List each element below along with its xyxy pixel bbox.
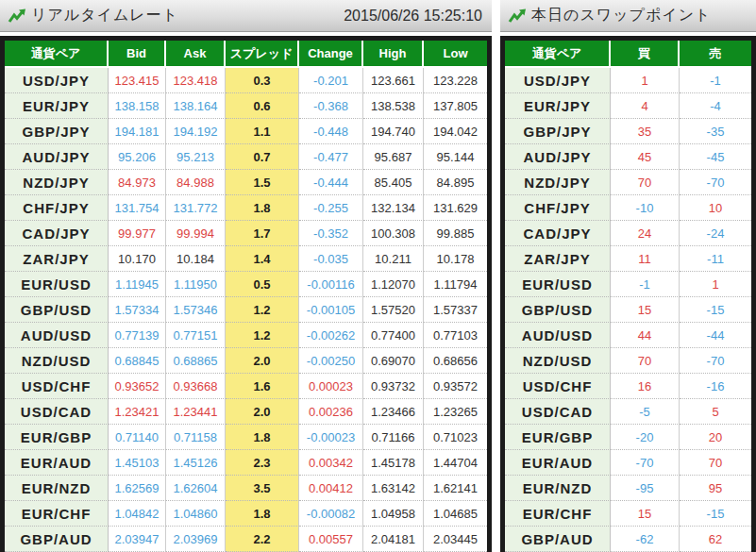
rate-row: NZD/USD 0.68845 0.68865 2.0 -0.00250 0.6… <box>5 348 487 374</box>
pair-cell: CAD/JPY <box>5 221 109 246</box>
pair-cell: NZD/JPY <box>5 170 109 195</box>
swap-row: AUD/JPY 45 -45 <box>505 144 751 170</box>
high-cell: 0.71166 <box>363 425 424 450</box>
rates-table-body: USD/JPY 123.415 123.418 0.3 -0.201 123.6… <box>5 68 487 552</box>
change-cell: -0.00116 <box>299 272 363 297</box>
swap-row: USD/CHF 16 -16 <box>505 374 751 399</box>
low-cell: 1.11794 <box>424 272 487 297</box>
buy-swap-cell: 15 <box>611 297 680 323</box>
low-cell: 0.71023 <box>424 425 487 450</box>
change-cell: 0.00412 <box>299 476 363 501</box>
rate-row: USD/CAD 1.23421 1.23441 2.0 0.00236 1.23… <box>5 399 487 425</box>
spread-cell: 0.5 <box>226 272 299 297</box>
spread-cell: 1.2 <box>226 297 299 323</box>
swap-row: AUD/USD 44 -44 <box>505 323 751 348</box>
swap-row: CHF/JPY -10 10 <box>505 195 751 221</box>
bid-cell: 1.23421 <box>109 399 166 425</box>
spread-cell: 1.5 <box>226 170 299 195</box>
pair-cell: GBP/AUD <box>5 527 109 552</box>
rates-table: 通貨ペア Bid Ask スプレッド Change High Low USD/J… <box>5 41 487 552</box>
high-cell: 0.69070 <box>363 348 424 374</box>
ask-cell: 95.213 <box>166 144 226 170</box>
pair-cell: CHF/JPY <box>505 195 611 221</box>
buy-swap-cell: 35 <box>611 119 680 144</box>
sell-swap-cell: -45 <box>680 144 751 170</box>
change-cell: -0.255 <box>299 195 363 221</box>
change-cell: 0.00342 <box>299 450 363 476</box>
swap-row: GBP/AUD -62 62 <box>505 527 751 552</box>
pair-cell: AUD/USD <box>5 323 109 348</box>
pair-cell: GBP/JPY <box>5 119 109 144</box>
pair-cell: EUR/JPY <box>505 93 611 119</box>
rate-row: GBP/JPY 194.181 194.192 1.1 -0.448 194.7… <box>5 119 487 144</box>
buy-swap-cell: 24 <box>611 221 680 246</box>
sell-swap-cell: 1 <box>680 272 751 297</box>
trend-up-icon <box>508 8 527 25</box>
rate-row: USD/CHF 0.93652 0.93668 1.6 0.00023 0.93… <box>5 374 487 399</box>
rates-header-row: 通貨ペア Bid Ask スプレッド Change High Low <box>5 41 487 68</box>
bid-cell: 194.181 <box>109 119 166 144</box>
sell-swap-cell: -44 <box>680 323 751 348</box>
rate-row: GBP/AUD 2.03947 2.03969 2.2 0.00557 2.04… <box>5 527 487 552</box>
buy-swap-cell: -1 <box>611 272 680 297</box>
sell-swap-cell: -70 <box>680 348 751 374</box>
swap-row: EUR/GBP -20 20 <box>505 425 751 450</box>
buy-swap-cell: 11 <box>611 246 680 272</box>
change-cell: -0.444 <box>299 170 363 195</box>
swap-row: CAD/JPY 24 -24 <box>505 221 751 246</box>
buy-swap-cell: -10 <box>611 195 680 221</box>
pair-cell: EUR/NZD <box>5 476 109 501</box>
high-cell: 1.57520 <box>363 297 424 323</box>
bid-cell: 95.206 <box>109 144 166 170</box>
change-cell: -0.00105 <box>299 297 363 323</box>
high-cell: 1.12070 <box>363 272 424 297</box>
sell-swap-cell: 10 <box>680 195 751 221</box>
swap-points-titlebar: 本日のスワップポイント <box>500 0 756 32</box>
pair-cell: EUR/AUD <box>5 450 109 476</box>
low-cell: 131.629 <box>424 195 487 221</box>
buy-swap-cell: -62 <box>611 527 680 552</box>
buy-swap-cell: -95 <box>611 476 680 501</box>
spread-cell: 2.3 <box>226 450 299 476</box>
spread-cell: 1.1 <box>226 119 299 144</box>
bid-cell: 0.71140 <box>109 425 166 450</box>
rate-row: CHF/JPY 131.754 131.772 1.8 -0.255 132.1… <box>5 195 487 221</box>
bid-cell: 1.45103 <box>109 450 166 476</box>
rate-row: EUR/JPY 138.158 138.164 0.6 -0.368 138.5… <box>5 93 487 119</box>
sell-swap-cell: -70 <box>680 170 751 195</box>
spread-cell: 2.0 <box>226 348 299 374</box>
sell-swap-cell: -24 <box>680 221 751 246</box>
low-cell: 194.042 <box>424 119 487 144</box>
high-cell: 132.134 <box>363 195 424 221</box>
rate-row: USD/JPY 123.415 123.418 0.3 -0.201 123.6… <box>5 68 487 93</box>
bid-cell: 1.62569 <box>109 476 166 501</box>
ask-cell: 0.71158 <box>166 425 226 450</box>
change-cell: -0.477 <box>299 144 363 170</box>
high-cell: 10.211 <box>363 246 424 272</box>
spread-cell: 2.0 <box>226 399 299 425</box>
low-cell: 95.144 <box>424 144 487 170</box>
realtime-rates-title: リアルタイムレート <box>31 6 178 25</box>
ask-cell: 0.68865 <box>166 348 226 374</box>
high-cell: 1.23466 <box>363 399 424 425</box>
swap-row: EUR/USD -1 1 <box>505 272 751 297</box>
sell-swap-cell: -15 <box>680 501 751 527</box>
change-cell: -0.201 <box>299 68 363 93</box>
rate-row: GBP/USD 1.57334 1.57346 1.2 -0.00105 1.5… <box>5 297 487 323</box>
low-cell: 0.93572 <box>424 374 487 399</box>
pair-cell: EUR/NZD <box>505 476 611 501</box>
ask-cell: 2.03969 <box>166 527 226 552</box>
low-cell: 84.895 <box>424 170 487 195</box>
pair-cell: GBP/AUD <box>505 527 611 552</box>
col-header-ask: Ask <box>166 41 226 68</box>
spread-cell: 1.8 <box>226 501 299 527</box>
spread-cell: 1.2 <box>226 323 299 348</box>
ask-cell: 123.418 <box>166 68 226 93</box>
low-cell: 137.805 <box>424 93 487 119</box>
low-cell: 1.23265 <box>424 399 487 425</box>
rate-row: EUR/GBP 0.71140 0.71158 1.8 -0.00023 0.7… <box>5 425 487 450</box>
swap-table-box: 通貨ペア 買 売 USD/JPY 1 -1 <box>500 36 756 552</box>
swap-row: GBP/JPY 35 -35 <box>505 119 751 144</box>
spread-cell: 1.4 <box>226 246 299 272</box>
pair-cell: NZD/USD <box>505 348 611 374</box>
